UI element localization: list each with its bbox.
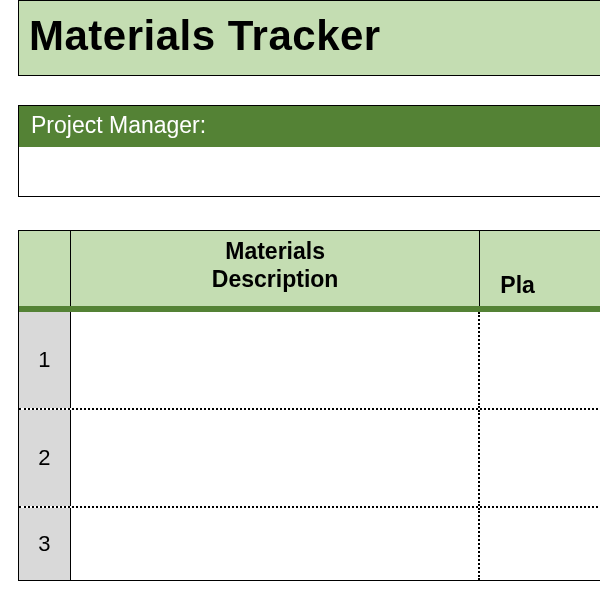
- table-row: 1: [19, 312, 600, 410]
- cell-description[interactable]: [71, 508, 480, 580]
- project-manager-row: Project Manager:: [18, 105, 600, 147]
- table-row: 3: [19, 508, 600, 580]
- cell-planned[interactable]: [480, 508, 600, 580]
- table-header: Materials Description Pla: [19, 231, 600, 312]
- col-header-rownum: [19, 231, 71, 306]
- col-header-description-line1: Materials: [225, 238, 325, 266]
- col-header-planned: Pla: [480, 231, 600, 306]
- spacer: [18, 76, 600, 105]
- cell-description[interactable]: [71, 312, 480, 408]
- cell-planned[interactable]: [480, 312, 600, 408]
- spacer: [18, 197, 600, 230]
- project-manager-label: Project Manager:: [19, 105, 600, 147]
- col-header-description: Materials Description: [71, 231, 480, 306]
- table-row: 2: [19, 410, 600, 508]
- spreadsheet-document: Materials Tracker Project Manager: Mater…: [18, 0, 600, 581]
- col-header-description-line2: Description: [212, 266, 339, 294]
- row-number: 2: [19, 410, 71, 506]
- title-bar: Materials Tracker: [18, 0, 600, 76]
- row-number: 3: [19, 508, 71, 580]
- row-number: 1: [19, 312, 71, 408]
- cell-description[interactable]: [71, 410, 480, 506]
- materials-table: Materials Description Pla 1 2 3: [18, 230, 600, 580]
- cell-planned[interactable]: [480, 410, 600, 506]
- document-title: Materials Tracker: [29, 12, 381, 60]
- project-manager-input[interactable]: [18, 147, 600, 197]
